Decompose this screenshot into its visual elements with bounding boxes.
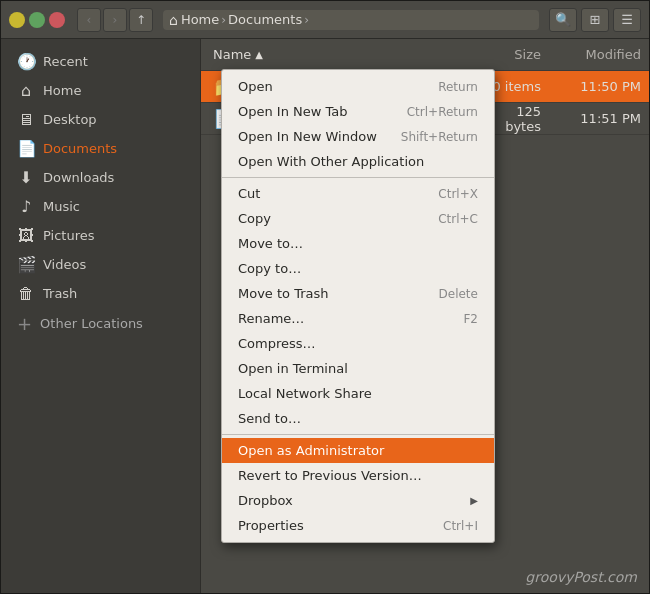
ctx-open-new-tab[interactable]: Open In New Tab Ctrl+Return [222,99,494,124]
ctx-send-to[interactable]: Send to… [222,406,494,431]
ctx-rename[interactable]: Rename… F2 [222,306,494,331]
sidebar-item-documents-label: Documents [43,141,117,156]
breadcrumb-end-sep: › [304,13,309,27]
ctx-copy[interactable]: Copy Ctrl+C [222,206,494,231]
documents-icon: 📄 [17,139,35,158]
sidebar-item-recent-label: Recent [43,54,88,69]
ctx-open-shortcut: Return [438,80,478,94]
file-modified: 11:50 PM [580,79,641,94]
sidebar-item-videos-label: Videos [43,257,86,272]
ctx-open-new-tab-shortcut: Ctrl+Return [407,105,478,119]
ctx-open[interactable]: Open Return [222,74,494,99]
ctx-local-network-share[interactable]: Local Network Share [222,381,494,406]
sidebar-other-locations-label: Other Locations [40,316,143,331]
close-button[interactable] [49,12,65,28]
ctx-cut[interactable]: Cut Ctrl+X [222,181,494,206]
ctx-properties-shortcut: Ctrl+I [443,519,478,533]
ctx-open-new-window-shortcut: Shift+Return [401,130,478,144]
ctx-properties-label: Properties [238,518,304,533]
breadcrumb-separator: › [221,13,226,27]
ctx-separator-2 [222,434,494,435]
ctx-open-new-window[interactable]: Open In New Window Shift+Return [222,124,494,149]
watermark: groovyPost.com [525,569,637,585]
ctx-local-network-share-label: Local Network Share [238,386,372,401]
nav-buttons: ‹ › ↑ [77,8,153,32]
file-modified: 11:51 PM [580,111,641,126]
search-button[interactable]: 🔍 [549,8,577,32]
ctx-open-terminal[interactable]: Open in Terminal [222,356,494,381]
col-header-modified[interactable]: Modified [549,47,649,62]
sidebar-item-videos[interactable]: 🎬 Videos [1,250,200,279]
pictures-icon: 🖼 [17,226,35,245]
col-header-size[interactable]: Size [469,47,549,62]
breadcrumb-home-label: Home [181,12,219,27]
ctx-open-terminal-label: Open in Terminal [238,361,348,376]
ctx-move-to-trash-shortcut: Delete [439,287,478,301]
breadcrumb-home[interactable]: ⌂ Home [169,12,219,28]
ctx-move-to-trash-label: Move to Trash [238,286,329,301]
ctx-move-to[interactable]: Move to… [222,231,494,256]
sidebar-item-recent[interactable]: 🕐 Recent [1,47,200,76]
sort-ascending-icon: ▲ [255,49,263,60]
context-menu: Open Return Open In New Tab Ctrl+Return … [221,69,495,543]
ctx-open-other-app-label: Open With Other Application [238,154,424,169]
menu-button[interactable]: ☰ [613,8,641,32]
modified-col-label: Modified [586,47,641,62]
forward-button[interactable]: › [103,8,127,32]
sidebar-item-trash[interactable]: 🗑 Trash [1,279,200,308]
ctx-copy-to[interactable]: Copy to… [222,256,494,281]
ctx-copy-to-label: Copy to… [238,261,301,276]
ctx-move-to-trash[interactable]: Move to Trash Delete [222,281,494,306]
file-manager-window: ‹ › ↑ ⌂ Home › Documents › 🔍 ⊞ ☰ 🕐 [0,0,650,594]
sidebar-item-other-locations[interactable]: + Other Locations [1,308,200,339]
sidebar-item-music-label: Music [43,199,80,214]
desktop-icon: 🖥 [17,110,35,129]
ctx-dropbox-label: Dropbox [238,493,293,508]
trash-icon: 🗑 [17,284,35,303]
breadcrumb: ⌂ Home › Documents › [163,10,539,30]
ctx-open-as-admin[interactable]: Open as Administrator [222,438,494,463]
ctx-cut-shortcut: Ctrl+X [438,187,478,201]
view-toggle-button[interactable]: ⊞ [581,8,609,32]
home-icon: ⌂ [169,12,178,28]
ctx-open-new-window-label: Open In New Window [238,129,377,144]
downloads-icon: ⬇ [17,168,35,187]
ctx-compress-label: Compress… [238,336,316,351]
back-button[interactable]: ‹ [77,8,101,32]
recent-icon: 🕐 [17,52,35,71]
maximize-button[interactable] [29,12,45,28]
sidebar-item-downloads[interactable]: ⬇ Downloads [1,163,200,192]
ctx-revert[interactable]: Revert to Previous Version… [222,463,494,488]
file-modified-cell: 11:50 PM [549,79,649,94]
ctx-open-label: Open [238,79,273,94]
sidebar: 🕐 Recent ⌂ Home 🖥 Desktop 📄 Documents ⬇ … [1,39,201,593]
minimize-button[interactable] [9,12,25,28]
ctx-dropbox-arrow-icon: ▶ [470,495,478,506]
col-header-name[interactable]: Name ▲ [201,47,469,62]
ctx-copy-shortcut: Ctrl+C [438,212,478,226]
size-col-label: Size [514,47,541,62]
ctx-separator-1 [222,177,494,178]
file-size: 125 bytes [505,104,541,134]
ctx-copy-label: Copy [238,211,271,226]
file-area: Name ▲ Size Modified 📁 Sample Folder 0 i… [201,39,649,593]
sidebar-item-pictures[interactable]: 🖼 Pictures [1,221,200,250]
up-button[interactable]: ↑ [129,8,153,32]
ctx-compress[interactable]: Compress… [222,331,494,356]
breadcrumb-current[interactable]: Documents [228,12,302,27]
sidebar-item-desktop[interactable]: 🖥 Desktop [1,105,200,134]
titlebar-actions: 🔍 ⊞ ☰ [549,8,641,32]
sidebar-item-trash-label: Trash [43,286,77,301]
main-area: 🕐 Recent ⌂ Home 🖥 Desktop 📄 Documents ⬇ … [1,39,649,593]
ctx-properties[interactable]: Properties Ctrl+I [222,513,494,538]
ctx-open-other-app[interactable]: Open With Other Application [222,149,494,174]
file-size: 0 items [492,79,541,94]
videos-icon: 🎬 [17,255,35,274]
sidebar-item-home[interactable]: ⌂ Home [1,76,200,105]
ctx-dropbox[interactable]: Dropbox ▶ [222,488,494,513]
sidebar-item-documents[interactable]: 📄 Documents [1,134,200,163]
sidebar-item-desktop-label: Desktop [43,112,97,127]
ctx-rename-label: Rename… [238,311,304,326]
music-icon: ♪ [17,197,35,216]
sidebar-item-music[interactable]: ♪ Music [1,192,200,221]
